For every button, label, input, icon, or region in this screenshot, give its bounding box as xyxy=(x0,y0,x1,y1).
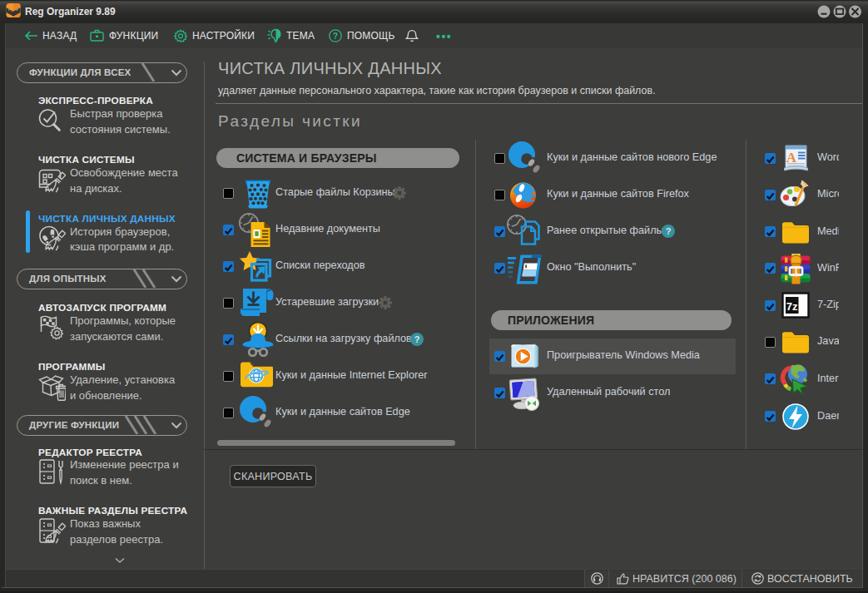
svg-text:7z: 7z xyxy=(786,300,798,313)
svg-text:?: ? xyxy=(414,334,420,344)
svg-text:A: A xyxy=(786,150,797,166)
svg-text:?: ? xyxy=(333,30,339,40)
svg-text:?: ? xyxy=(666,226,672,236)
